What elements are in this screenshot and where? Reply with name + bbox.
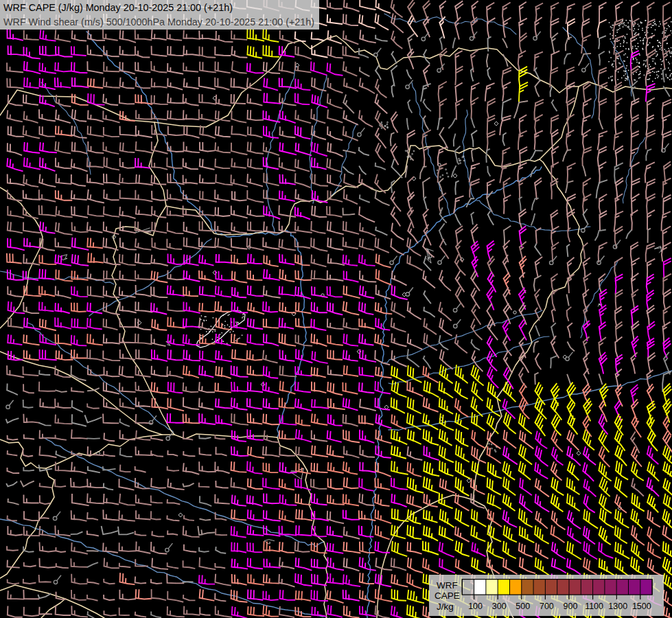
svg-text:900: 900 <box>564 602 578 611</box>
svg-text:WRF: WRF <box>437 580 458 591</box>
svg-text:100: 100 <box>468 602 483 611</box>
svg-text:1100: 1100 <box>585 602 603 611</box>
svg-text:300: 300 <box>492 602 507 611</box>
svg-text:700: 700 <box>540 602 554 611</box>
svg-text:CAPE: CAPE <box>435 591 460 601</box>
svg-text:500: 500 <box>515 602 530 611</box>
svg-text:WRF Wind shear (m/s) 500/1000h: WRF Wind shear (m/s) 500/1000hPa Monday … <box>3 16 314 27</box>
svg-text:1300: 1300 <box>608 602 627 611</box>
svg-text:J/kg: J/kg <box>437 602 454 612</box>
svg-text:WRF CAPE (J/kg) Monday 20-10-2: WRF CAPE (J/kg) Monday 20-10-2025 21:00 … <box>3 1 233 13</box>
svg-text:1500: 1500 <box>632 602 651 611</box>
